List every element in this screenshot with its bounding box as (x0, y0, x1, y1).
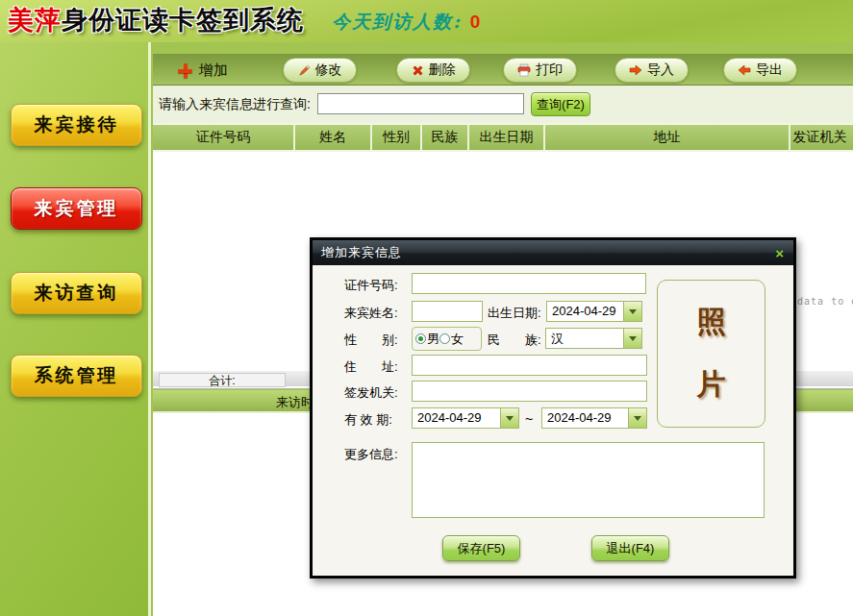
column-header-address[interactable]: 地址 (545, 125, 790, 150)
add-button-label: 增加 (199, 62, 228, 80)
exit-button[interactable]: 退出(F4) (591, 535, 669, 561)
chevron-down-icon (629, 336, 637, 341)
id-number-field[interactable] (412, 273, 646, 294)
add-guest-dialog: 增加来宾信息 × 证件号码: 来宾姓名: 出生日期: 2024-04-29 性 … (310, 237, 796, 579)
app-header: 美萍身份证读卡签到系统 今天到访人数: 0 (0, 0, 853, 42)
column-header-id-number[interactable]: 证件号码 (153, 125, 295, 150)
plus-icon (178, 63, 192, 78)
search-button[interactable]: 查询(F2) (531, 92, 590, 116)
photo-char: 照 (697, 303, 726, 342)
column-header-name[interactable]: 姓名 (295, 125, 372, 150)
chevron-down-icon (634, 416, 641, 421)
ethnicity-dropdown-button[interactable] (623, 329, 641, 348)
issuer-field[interactable] (412, 381, 647, 402)
radio-selected-icon (415, 333, 426, 344)
sidebar-item-visit-query[interactable]: 来访查询 (11, 272, 142, 314)
guest-name-field[interactable] (412, 301, 483, 322)
app-title: 美萍身份证读卡签到系统 (8, 3, 304, 37)
gender-label: 性 别: (344, 332, 398, 349)
dialog-body: 证件号码: 来宾姓名: 出生日期: 2024-04-29 性 别: 男 女 民 … (313, 265, 793, 576)
valid-to-dropdown-button[interactable] (628, 408, 646, 428)
export-button[interactable]: 导出 (723, 58, 797, 83)
more-info-label: 更多信息: (344, 446, 398, 463)
app-window: 美萍身份证读卡签到系统 今天到访人数: 0 来宾接待 来宾管理 来访查询 系统管… (0, 0, 853, 616)
sidebar-item-system-management[interactable]: 系统管理 (11, 355, 142, 397)
edit-button-label: 修改 (315, 62, 342, 79)
import-icon (629, 64, 642, 76)
birthdate-label: 出生日期: (488, 305, 541, 322)
gender-radio-group: 男 女 (412, 327, 482, 351)
export-button-label: 导出 (756, 62, 783, 79)
edit-icon (298, 64, 311, 77)
add-button[interactable]: 增加 (178, 58, 228, 83)
import-button-label: 导入 (647, 62, 674, 79)
validity-label: 有 效 期: (344, 411, 392, 429)
close-icon[interactable]: × (775, 246, 785, 260)
issuer-label: 签发机关: (344, 384, 398, 402)
gender-male-option[interactable]: 男 (415, 331, 439, 348)
gender-female-option[interactable]: 女 (439, 331, 464, 348)
import-button[interactable]: 导入 (615, 58, 689, 83)
valid-from-value: 2024-04-29 (413, 408, 500, 428)
delete-icon (412, 64, 424, 77)
grid-header: 证件号码 姓名 性别 民族 出生日期 地址 发证机关 (153, 123, 853, 152)
photo-placeholder[interactable]: 照 片 (657, 280, 765, 428)
column-header-gender[interactable]: 性别 (372, 125, 422, 150)
dialog-title: 增加来宾信息 (321, 244, 402, 261)
toolbar: 增加 修改 删除 打印 导入 导出 (153, 54, 853, 86)
sidebar-item-guest-management[interactable]: 来宾管理 (11, 187, 142, 230)
grid-total-label: 合计: (159, 373, 286, 387)
search-input[interactable] (317, 93, 524, 114)
validity-tilde: ~ (525, 411, 533, 427)
column-header-issuer[interactable]: 发证机关 (790, 125, 849, 150)
search-label: 请输入来宾信息进行查询: (159, 96, 311, 113)
export-icon (738, 64, 751, 76)
delete-button[interactable]: 删除 (396, 58, 470, 83)
print-button[interactable]: 打印 (503, 58, 577, 83)
save-button[interactable]: 保存(F5) (442, 535, 520, 561)
guest-name-label: 来宾姓名: (344, 305, 398, 322)
visitor-label: 今天到访人数: (332, 11, 462, 32)
brand-name: 美萍 (8, 6, 62, 35)
chevron-down-icon (506, 416, 514, 421)
ethnicity-label: 民 族: (488, 332, 541, 349)
visitor-counter: 今天到访人数: 0 (332, 10, 482, 35)
valid-to-value: 2024-04-29 (542, 408, 628, 428)
delete-button-label: 删除 (429, 62, 456, 79)
search-bar: 请输入来宾信息进行查询: 查询(F2) (153, 86, 853, 123)
chevron-down-icon (629, 309, 637, 314)
sidebar-item-guest-reception[interactable]: 来宾接待 (11, 104, 142, 146)
print-icon (517, 63, 531, 77)
print-button-label: 打印 (536, 62, 563, 79)
birthdate-value: 2024-04-29 (547, 302, 623, 321)
column-header-birthdate[interactable]: 出生日期 (469, 125, 545, 150)
edit-button[interactable]: 修改 (283, 58, 357, 83)
ethnicity-value: 汉 (546, 329, 623, 348)
address-field[interactable] (412, 355, 647, 376)
birthdate-select[interactable]: 2024-04-29 (546, 301, 642, 322)
visitor-count: 0 (470, 12, 483, 32)
valid-from-dropdown-button[interactable] (500, 408, 518, 428)
column-header-ethnicity[interactable]: 民族 (422, 125, 469, 150)
id-number-label: 证件号码: (344, 277, 398, 294)
photo-char: 片 (697, 365, 726, 405)
more-info-field[interactable] (412, 442, 765, 518)
gender-male-label: 男 (427, 331, 439, 348)
app-title-rest: 身份证读卡签到系统 (62, 6, 304, 35)
address-label: 住 址: (344, 358, 398, 376)
sidebar: 来宾接待 来宾管理 来访查询 系统管理 (0, 42, 151, 616)
dialog-title-bar[interactable]: 增加来宾信息 × (313, 240, 793, 265)
valid-from-select[interactable]: 2024-04-29 (412, 407, 519, 429)
ethnicity-select[interactable]: 汉 (545, 328, 642, 349)
valid-to-select[interactable]: 2024-04-29 (541, 407, 647, 429)
gender-female-label: 女 (451, 331, 464, 348)
radio-unselected-icon (439, 333, 450, 344)
birthdate-dropdown-button[interactable] (623, 302, 641, 321)
